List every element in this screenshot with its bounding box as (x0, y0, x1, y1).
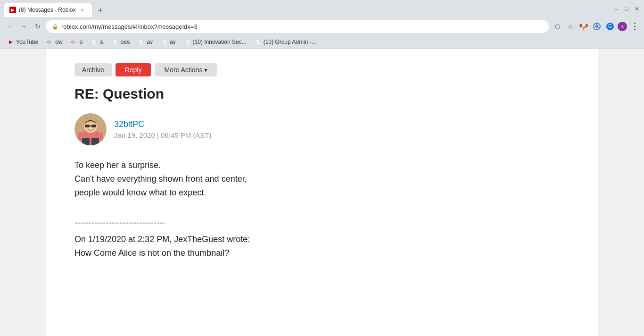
bookmark-oes[interactable]: 📄 oes (108, 38, 133, 46)
svg-rect-14 (78, 132, 82, 142)
close-window-button[interactable]: ✕ (634, 6, 640, 12)
tab-close-button[interactable]: × (79, 6, 86, 14)
bookmark-o[interactable]: G o (67, 38, 87, 46)
quoted-line-1: On 1/19/2020 at 2:32 PM, JexTheGuest wro… (74, 233, 570, 246)
svg-rect-17 (91, 138, 99, 145)
title-bar: ▶ (8) Messages - Roblox × + ─ □ ✕ (0, 0, 644, 17)
quoted-divider: -------------------------------- (74, 218, 570, 228)
toolbar-icons: ⬡ ☆ 🐶 G A (552, 21, 640, 32)
youtube-favicon: ▶ (8, 39, 14, 45)
external-link-icon[interactable]: ⬡ (552, 21, 563, 32)
svg-text:G: G (608, 24, 612, 29)
svg-text:G: G (71, 39, 75, 44)
bookmark-star-icon[interactable]: ☆ (565, 21, 576, 32)
bookmark-group-admin-label: (10) Group Admin -... (264, 39, 316, 45)
bookmark-is[interactable]: 📄 is (87, 38, 107, 46)
address-bar-row: ← → ↻ 🔒 roblox.com/my/messages/#!/inbox?… (0, 17, 644, 36)
tab-bar: ▶ (8) Messages - Roblox × + (4, 3, 613, 17)
bookmark-ow-label: ow (55, 39, 62, 45)
svg-rect-11 (85, 125, 90, 127)
bookmark-group-admin[interactable]: 📄 (10) Group Admin -... (251, 38, 320, 46)
bookmark-ay[interactable]: 📄 ay (157, 38, 180, 46)
more-actions-button[interactable]: More Actions ▾ (155, 63, 217, 76)
is-favicon: 📄 (91, 39, 98, 45)
bookmark-oes-label: oes (121, 39, 130, 45)
svg-point-1 (595, 25, 598, 28)
avatar-image (74, 113, 107, 145)
bookmark-is-label: is (99, 39, 104, 45)
message-line-3: people would know what to expect. (74, 186, 570, 200)
tab-favicon: ▶ (9, 7, 16, 13)
svg-text:A: A (621, 24, 624, 29)
send-date: Jan 19, 2020 | 06:45 PM (AST) (114, 131, 212, 139)
archive-button[interactable]: Archive (74, 63, 112, 76)
reply-button[interactable]: Reply (116, 63, 151, 76)
message-title: RE: Question (74, 86, 570, 102)
bookmark-ay-label: ay (170, 39, 176, 45)
message-meta: 32bitPC Jan 19, 2020 | 06:45 PM (AST) (74, 113, 570, 145)
google-favicon: G (47, 39, 53, 45)
page-content: Archive Reply More Actions ▾ RE: Questio… (0, 49, 644, 336)
new-tab-button[interactable]: + (94, 4, 107, 17)
svg-rect-15 (99, 132, 103, 142)
message-container: Archive Reply More Actions ▾ RE: Questio… (46, 49, 598, 336)
message-body: To keep her a surprise. Can't have every… (74, 159, 570, 199)
svg-rect-16 (82, 138, 90, 145)
ay-favicon: 📄 (161, 39, 168, 45)
bookmarks-bar: ▶ YouTube G ow G o 📄 is 📄 oes (0, 36, 644, 49)
message-line-2: Can't have everything shown front and ce… (74, 172, 570, 186)
back-button[interactable]: ← (4, 21, 15, 32)
svg-rect-12 (91, 125, 96, 127)
quoted-line-2: How Come Alice is not on the thumbnail? (74, 246, 570, 260)
url-text: roblox.com/my/messages/#!/inbox?messageI… (61, 23, 543, 30)
quoted-text: On 1/19/2020 at 2:32 PM, JexTheGuest wro… (74, 233, 570, 260)
lock-icon: 🔒 (52, 24, 58, 30)
bookmark-o-label: o (80, 39, 83, 45)
tab-title: (8) Messages - Roblox (19, 7, 76, 13)
sender-name-link[interactable]: 32bitPC (114, 119, 212, 129)
group-admin-favicon: 📄 (255, 39, 262, 45)
bookmark-youtube-label: YouTube (16, 39, 38, 45)
bookmark-av[interactable]: 📄 av (134, 38, 157, 46)
innovation-favicon: 📄 (184, 39, 191, 45)
active-tab[interactable]: ▶ (8) Messages - Roblox × (4, 3, 92, 17)
sender-info: 32bitPC Jan 19, 2020 | 06:45 PM (AST) (114, 119, 212, 139)
avatar-icon[interactable]: A (618, 22, 627, 31)
profile-avatar-icon[interactable]: 🐶 (578, 21, 589, 32)
message-line-1: To keep her a surprise. (74, 159, 570, 172)
window-controls: ─ □ ✕ (613, 6, 640, 14)
oes-favicon: 📄 (112, 39, 119, 45)
forward-button[interactable]: → (18, 21, 29, 32)
browser-chrome: ▶ (8) Messages - Roblox × + ─ □ ✕ ← → ↻ … (0, 0, 644, 49)
svg-text:G: G (47, 39, 51, 44)
minimize-button[interactable]: ─ (613, 6, 619, 12)
bookmark-youtube[interactable]: ▶ YouTube (4, 38, 42, 46)
bookmark-innovation-label: (10) Innovation Sec... (193, 39, 247, 45)
av-favicon: 📄 (138, 39, 145, 45)
extension-icon[interactable]: G (604, 21, 616, 32)
google2-favicon: G (71, 39, 78, 45)
bookmark-innovation[interactable]: 📄 (10) Innovation Sec... (181, 38, 250, 46)
action-buttons: Archive Reply More Actions ▾ (74, 63, 570, 76)
chrome-icon[interactable] (591, 21, 603, 32)
maximize-button[interactable]: □ (623, 6, 630, 12)
refresh-button[interactable]: ↻ (32, 21, 43, 32)
bookmark-ow[interactable]: G ow (43, 38, 66, 46)
address-bar[interactable]: 🔒 roblox.com/my/messages/#!/inbox?messag… (46, 20, 549, 33)
avatar (74, 113, 107, 145)
bookmark-av-label: av (147, 39, 153, 45)
menu-button[interactable]: ⋮ (629, 21, 640, 32)
